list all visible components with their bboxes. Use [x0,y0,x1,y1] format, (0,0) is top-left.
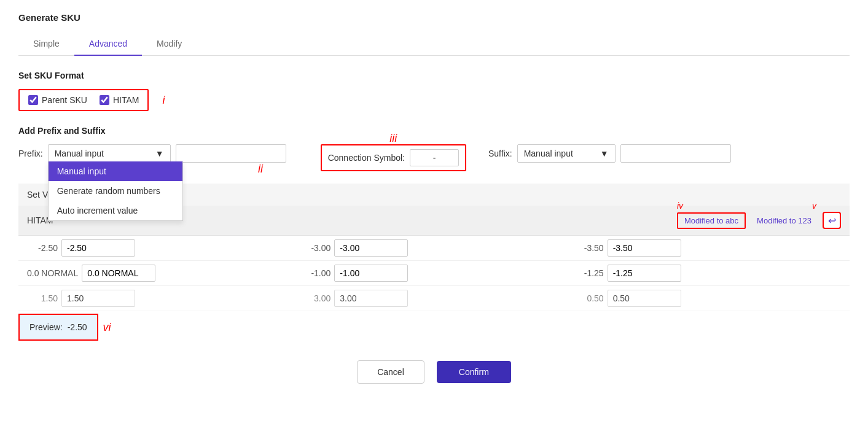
val-2-2: -1.00 [300,268,330,278]
revert-button[interactable]: ↩ [823,212,841,229]
prefix-text-input[interactable] [176,144,286,163]
prefix-option-auto[interactable]: Auto increment value [49,201,182,220]
suffix-chevron-icon: ▼ [600,149,609,158]
table-row: 1.50 3.00 0.50 [18,286,850,311]
val-3-2: 3.00 [300,293,330,303]
cell-1-3: -3.50 [573,239,705,257]
input-2-2[interactable] [334,265,408,282]
prefix-suffix-title: Add Prefix and Suffix [18,126,850,136]
input-1-3[interactable] [608,239,681,257]
dialog-footer: Cancel Confirm [18,348,850,396]
preview-label: Preview: [29,322,63,332]
dialog-title: Generate SKU [18,12,850,23]
cell-3-1: 1.50 [27,290,158,307]
roman-vi-label: vi [103,321,111,334]
hitam-checkbox[interactable] [100,95,109,105]
cancel-button[interactable]: Cancel [357,360,424,384]
suffix-select[interactable]: Manual input ▼ [517,144,616,163]
input-2-3[interactable] [608,265,681,282]
roman-iv-label: iv [677,201,683,211]
revert-icon: ↩ [828,215,836,227]
input-2-1[interactable] [82,265,155,282]
val-2-3: -1.25 [573,268,604,278]
table-row: 0.0 NORMAL -1.00 -1.25 [18,261,850,286]
prefix-dropdown-container: Manual input ▼ Manual input Generate ran… [48,144,171,163]
suffix-text-input[interactable] [620,144,731,163]
val-1-1: -2.50 [27,243,58,253]
connection-symbol-label: Connection Symbol: [328,153,405,163]
input-3-3[interactable] [608,290,681,307]
hitam-checkbox-item[interactable]: HITAM [100,95,139,105]
roman-ii-label: ii [258,163,263,176]
tab-modify[interactable]: Modify [142,33,197,56]
prefix-select-value: Manual input [55,149,104,158]
prefix-chevron-icon: ▼ [155,149,164,158]
preview-value: -2.50 [68,322,87,332]
tab-simple[interactable]: Simple [18,33,74,56]
suffix-select-value: Manual input [524,149,573,158]
parent-sku-checkbox[interactable] [28,95,38,105]
connection-symbol-input[interactable] [410,149,459,166]
prefix-option-random[interactable]: Generate random numbers [49,181,182,201]
parent-sku-label: Parent SKU [42,95,87,105]
sku-format-title: Set SKU Format [18,71,850,80]
cell-1-1: -2.50 [27,239,158,257]
tab-advanced[interactable]: Advanced [74,33,142,56]
sku-format-section: Set SKU Format Parent SKU HITAM i [18,71,850,111]
prefix-label: Prefix: [18,149,43,158]
table-row: -2.50 -3.00 -3.50 [18,236,850,261]
sku-format-checkboxes: Parent SKU HITAM [18,89,149,111]
parent-sku-checkbox-item[interactable]: Parent SKU [28,95,87,105]
val-2-1: 0.0 NORMAL [27,268,78,278]
roman-v-label: v [812,201,816,211]
cell-3-2: 3.00 [300,290,431,307]
cell-2-3: -1.25 [573,265,705,282]
val-3-3: 0.50 [573,293,604,303]
suffix-label: Suffix: [488,149,512,158]
input-3-1[interactable] [61,290,135,307]
cell-1-2: -3.00 [300,239,431,257]
roman-iii-label: iii [389,132,397,145]
prefix-option-manual[interactable]: Manual input [49,161,182,181]
val-1-2: -3.00 [300,243,330,253]
val-1-3: -3.50 [573,243,604,253]
modified-abc-badge[interactable]: Modified to abc [677,212,746,229]
roman-i-label: i [162,94,165,107]
hitam-label: HITAM [113,95,139,105]
preview-bar: Preview: -2.50 [18,314,98,341]
input-3-2[interactable] [334,290,408,307]
hitam-row-end: iv Modified to abc v Modified to 123 ↩ [677,212,841,229]
prefix-suffix-section: Add Prefix and Suffix Prefix: Manual inp… [18,126,850,171]
cell-2-1: 0.0 NORMAL [27,265,158,282]
input-1-2[interactable] [334,239,408,257]
cell-3-3: 0.50 [573,290,705,307]
dialog-container: Generate SKU Simple Advanced Modify Set … [0,0,868,426]
prefix-dropdown-menu: Manual input Generate random numbers Aut… [48,161,183,221]
cell-2-2: -1.00 [300,265,431,282]
data-grid: -2.50 -3.00 -3.50 0.0 NORMAL -1.00 [18,236,850,311]
input-1-1[interactable] [61,239,135,257]
prefix-select[interactable]: Manual input ▼ [48,144,171,163]
connection-symbol-group: Connection Symbol: [321,144,466,171]
tabs-container: Simple Advanced Modify [18,33,850,56]
confirm-button[interactable]: Confirm [437,361,511,383]
modified-123-badge[interactable]: Modified to 123 [751,214,818,228]
val-3-1: 1.50 [27,293,58,303]
